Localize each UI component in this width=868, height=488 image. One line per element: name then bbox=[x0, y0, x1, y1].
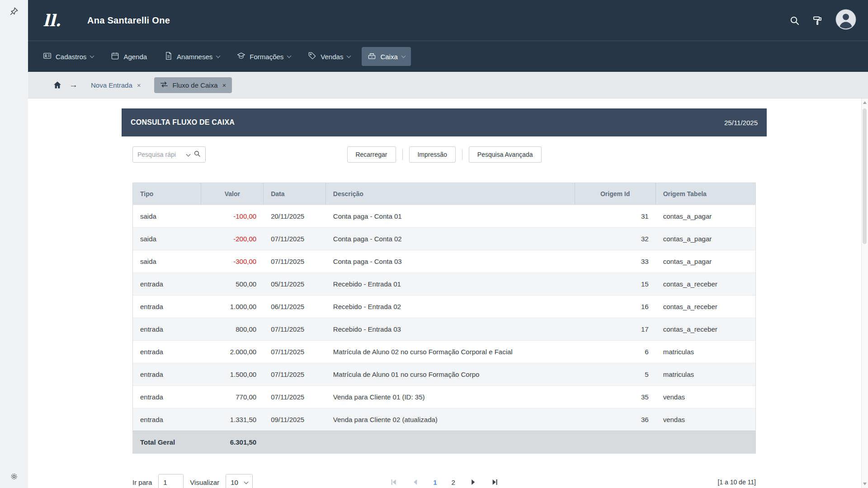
table-row[interactable]: entrada 770,00 07/11/2025 Venda para Cli… bbox=[133, 385, 755, 408]
cell-valor: 1.331,50 bbox=[201, 408, 264, 431]
col-header-valor[interactable]: Valor bbox=[201, 183, 264, 205]
data-table: Tipo Valor Data Descrição Origem Id Orig… bbox=[132, 183, 756, 454]
table-row[interactable]: saida -200,00 07/11/2025 Conta paga - Co… bbox=[133, 227, 755, 250]
previous-page-icon[interactable] bbox=[411, 479, 419, 486]
nav-item-anamneses[interactable]: Anamneses bbox=[158, 47, 226, 66]
avatar[interactable] bbox=[835, 9, 856, 32]
tab-fluxo-de-caixa[interactable]: Fluxo de Caixa × bbox=[154, 77, 232, 93]
total-value: 6.301,50 bbox=[201, 431, 264, 453]
cell-valor: 1.000,00 bbox=[201, 296, 264, 318]
close-icon[interactable]: × bbox=[222, 81, 226, 89]
cell-origem-id: 6 bbox=[575, 341, 656, 363]
scroll-up-arrow-icon[interactable] bbox=[863, 101, 867, 104]
pagination: Ir para Visualizar 10 1 2 bbox=[122, 473, 767, 488]
cell-origem-id: 15 bbox=[575, 273, 656, 295]
cell-descricao: Conta paga - Conta 01 bbox=[326, 205, 575, 227]
chevron-down-icon bbox=[244, 479, 249, 484]
chevron-down-icon bbox=[347, 53, 351, 58]
table-row[interactable]: entrada 800,00 07/11/2025 Recebido - Ent… bbox=[133, 318, 755, 340]
cell-descricao: Recebido - Entrada 02 bbox=[326, 296, 575, 318]
table-row[interactable]: saida -100,00 20/11/2025 Conta paga - Co… bbox=[133, 205, 755, 227]
panel-header: CONSULTA FLUXO DE CAIXA 25/11/2025 bbox=[122, 108, 767, 136]
cell-origem-id: 5 bbox=[575, 363, 656, 385]
page-number-2[interactable]: 2 bbox=[452, 479, 455, 486]
cell-descricao: Conta paga - Conta 02 bbox=[326, 228, 575, 250]
cell-valor: 2.000,00 bbox=[201, 341, 264, 363]
cell-valor: -100,00 bbox=[201, 205, 264, 227]
search-icon[interactable] bbox=[193, 150, 201, 159]
table-row[interactable]: entrada 1.000,00 06/11/2025 Recebido - E… bbox=[133, 295, 755, 318]
search-icon[interactable] bbox=[789, 15, 800, 26]
nav-label: Caixa bbox=[380, 53, 397, 61]
cell-data: 05/11/2025 bbox=[264, 273, 326, 295]
page-size-value: 10 bbox=[231, 479, 238, 486]
main-column: ll. Ana Santarelli One Cadastros Agenda bbox=[28, 0, 868, 488]
col-header-origem-tabela[interactable]: Origem Tabela bbox=[656, 183, 755, 205]
next-page-icon[interactable] bbox=[470, 479, 477, 486]
col-header-data[interactable]: Data bbox=[264, 183, 326, 205]
scroll-down-arrow-icon[interactable] bbox=[863, 483, 867, 485]
quick-search-box[interactable] bbox=[132, 146, 206, 163]
cell-tipo: entrada bbox=[133, 386, 201, 408]
cell-descricao: Recebido - Entrada 03 bbox=[326, 318, 575, 340]
button-separator bbox=[402, 149, 402, 160]
cell-origem-tabela: contas_a_pagar bbox=[656, 228, 755, 250]
panel-date: 25/11/2025 bbox=[724, 119, 758, 127]
cell-origem-tabela: contas_a_receber bbox=[656, 296, 755, 318]
cell-tipo: entrada bbox=[133, 341, 201, 363]
page-size-select[interactable]: 10 bbox=[226, 474, 253, 488]
chevron-down-icon bbox=[216, 53, 221, 58]
vertical-scrollbar[interactable] bbox=[861, 99, 868, 488]
breadcrumb-arrow: → bbox=[69, 80, 78, 90]
table-row[interactable]: entrada 2.000,00 07/11/2025 Matrícula de… bbox=[133, 340, 755, 363]
cell-descricao: Venda para Cliente 01 (ID: 35) bbox=[326, 386, 575, 408]
recarregar-button[interactable]: Recarregar bbox=[347, 146, 396, 163]
quick-search-input[interactable] bbox=[137, 151, 183, 158]
topbar-actions bbox=[789, 9, 856, 32]
first-page-icon[interactable] bbox=[390, 479, 397, 486]
brand-logo: ll. bbox=[43, 11, 61, 30]
chevron-down-icon bbox=[287, 53, 292, 58]
top-bar: ll. Ana Santarelli One bbox=[28, 0, 868, 41]
cell-tipo: saida bbox=[133, 228, 201, 250]
cell-data: 07/11/2025 bbox=[264, 228, 326, 250]
cell-data: 07/11/2025 bbox=[264, 363, 326, 385]
cell-tipo: entrada bbox=[133, 363, 201, 385]
settings-gear-icon[interactable] bbox=[10, 472, 19, 483]
cell-origem-id: 33 bbox=[575, 250, 656, 272]
tab-label: Nova Entrada bbox=[91, 81, 132, 89]
impressao-button[interactable]: Impressão bbox=[409, 146, 455, 163]
table-row[interactable]: entrada 500,00 05/11/2025 Recebido - Ent… bbox=[133, 272, 755, 295]
paint-roller-icon[interactable] bbox=[812, 15, 823, 26]
table-row[interactable]: entrada 1.331,50 09/11/2025 Venda para C… bbox=[133, 408, 755, 431]
cell-data: 07/11/2025 bbox=[264, 341, 326, 363]
toolbar-actions: Recarregar Impressão Pesquisa Avançada bbox=[347, 146, 541, 163]
cell-origem-id: 35 bbox=[575, 386, 656, 408]
scrollbar-thumb[interactable] bbox=[863, 108, 867, 244]
chevron-down-icon[interactable] bbox=[186, 152, 191, 156]
cell-origem-tabela: contas_a_receber bbox=[656, 318, 755, 340]
cell-valor: 770,00 bbox=[201, 386, 264, 408]
home-icon[interactable] bbox=[53, 80, 62, 89]
pin-icon[interactable] bbox=[9, 6, 19, 18]
nav-item-vendas[interactable]: Vendas bbox=[302, 47, 356, 66]
table-row[interactable]: entrada 1.500,00 07/11/2025 Matrícula de… bbox=[133, 363, 755, 385]
nav-item-cadastros[interactable]: Cadastros bbox=[37, 47, 99, 66]
tab-bar: → Nova Entrada × Fluxo de Caixa × bbox=[28, 72, 868, 99]
col-header-origem-id[interactable]: Origem Id bbox=[575, 183, 656, 205]
nav-item-caixa[interactable]: Caixa bbox=[362, 47, 410, 66]
last-page-icon[interactable] bbox=[491, 479, 499, 486]
col-header-tipo[interactable]: Tipo bbox=[133, 183, 201, 205]
nav-item-agenda[interactable]: Agenda bbox=[105, 47, 153, 66]
cell-origem-id: 36 bbox=[575, 408, 656, 431]
cell-tipo: entrada bbox=[133, 408, 201, 431]
close-icon[interactable]: × bbox=[137, 81, 141, 89]
table-row[interactable]: saida -300,00 07/11/2025 Conta paga - Co… bbox=[133, 250, 755, 272]
nav-item-formacoes[interactable]: Formações bbox=[231, 47, 297, 66]
pesquisa-avancada-button[interactable]: Pesquisa Avançada bbox=[469, 146, 542, 163]
tab-nova-entrada[interactable]: Nova Entrada × bbox=[85, 77, 147, 93]
col-header-descricao[interactable]: Descrição bbox=[326, 183, 575, 205]
goto-page-input[interactable] bbox=[158, 474, 184, 488]
table-body: saida -100,00 20/11/2025 Conta paga - Co… bbox=[133, 205, 755, 431]
page-number-1[interactable]: 1 bbox=[433, 479, 437, 486]
